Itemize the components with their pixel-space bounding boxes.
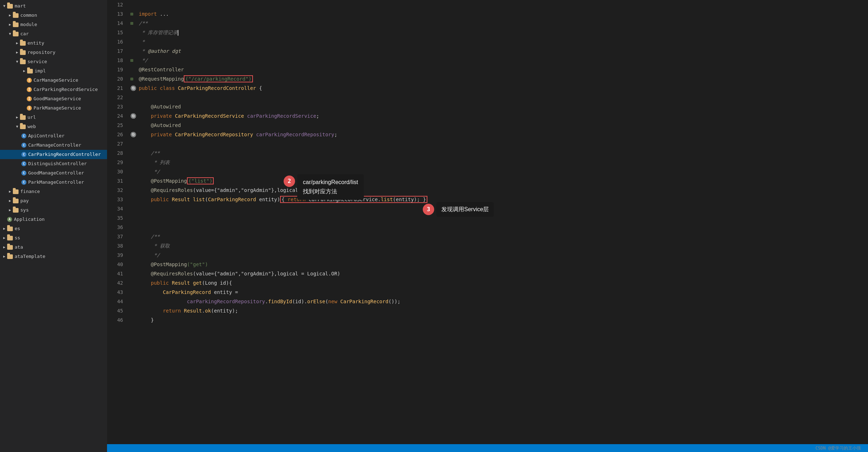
sidebar-item-label: ParkManageController	[28, 178, 84, 186]
sidebar-item-label: finance	[20, 188, 40, 195]
arrow-icon: ▼	[7, 30, 13, 38]
arrow-icon: ▶	[1, 253, 7, 260]
folder-icon	[13, 32, 19, 36]
sidebar-item-label: CarManageController	[28, 141, 81, 149]
sidebar-item-carparkingrecordcontroller[interactable]: C CarParkingRecordController	[0, 150, 107, 159]
code-line-38: * 获取	[130, 241, 868, 250]
arrow-icon: ▼	[14, 123, 20, 131]
folder-icon	[13, 199, 19, 203]
arrow-icon: ▶	[7, 206, 13, 214]
code-line-21: 🔘 public class CarParkingRecordControlle…	[130, 83, 868, 93]
sidebar-item-carmanagecontroller[interactable]: C CarManageController	[0, 141, 107, 150]
sidebar-item-parkmanageservice[interactable]: I ParkManageService	[0, 103, 107, 113]
folder-icon	[20, 50, 26, 55]
code-line-20: ⊞ @RequestMapping("/car/parkingRecord")	[130, 74, 868, 83]
class-icon: C	[21, 152, 26, 157]
sidebar-item-parkmanagecontroller[interactable]: C ParkManageController	[0, 178, 107, 187]
arrow-icon: ▶	[7, 188, 13, 195]
bottom-bar: CSDN @爱学习的王小强	[107, 444, 868, 452]
folder-icon	[7, 245, 13, 250]
sidebar-item-label: pay	[20, 197, 29, 205]
code-line-25: @Autowired	[130, 121, 868, 130]
sidebar-item-module[interactable]: ▶ module	[0, 20, 107, 29]
sidebar-item-entity[interactable]: ▶ entity	[0, 39, 107, 48]
code-line-42: public Result get(Long id){	[130, 278, 868, 288]
class-icon: C	[21, 180, 26, 185]
sidebar-item-impl[interactable]: ▶ impl	[0, 66, 107, 76]
sidebar-item-application[interactable]: A Application	[0, 215, 107, 224]
sidebar-item-label: module	[20, 21, 37, 29]
sidebar-item-common[interactable]: ▶ common	[0, 11, 107, 20]
arrow-icon: ▶	[21, 67, 27, 75]
sidebar-item-finance[interactable]: ▶ finance	[0, 187, 107, 196]
callout-3: 3 发现调用Service层	[423, 202, 494, 217]
callout-bubble-2: car/parkingRecord/list 找到对应方法	[297, 174, 364, 200]
sidebar-item-label: ParkManageService	[34, 104, 81, 112]
class-icon: C	[21, 133, 26, 138]
folder-icon	[20, 115, 26, 120]
code-line-43: CarParkingRecord entity =	[130, 288, 868, 297]
sidebar-item-mart[interactable]: ▼ mart	[0, 1, 107, 11]
arrow-icon: ▶	[1, 225, 7, 233]
sidebar-item-repository[interactable]: ▶ repository	[0, 48, 107, 57]
class-icon: C	[21, 171, 26, 176]
sidebar-item-ata[interactable]: ▶ ata	[0, 243, 107, 252]
sidebar-item-label: CarManageService	[34, 76, 78, 84]
sidebar-item-label: Application	[14, 215, 45, 223]
folder-icon	[7, 236, 13, 240]
code-line-29: * 列表	[130, 158, 868, 167]
sidebar-item-pay[interactable]: ▶ pay	[0, 196, 107, 205]
code-line-35	[130, 213, 868, 223]
sidebar-item-apicontroller[interactable]: C ApiController	[0, 131, 107, 141]
class-icon: A	[7, 217, 12, 222]
sidebar-item-sys[interactable]: ▶ sys	[0, 205, 107, 215]
sidebar-item-es[interactable]: ▶ es	[0, 224, 107, 233]
folder-icon	[13, 189, 19, 194]
sidebar-item-label: repository	[27, 49, 55, 56]
line-numbers: 12 13 14 15 16 17 18 19 20 21 22 23 24 2…	[107, 0, 127, 444]
sidebar-item-car[interactable]: ▼ car	[0, 29, 107, 39]
sidebar-item-label: impl	[35, 67, 46, 75]
sidebar-item-distinguishcontroller[interactable]: C DistinguishController	[0, 159, 107, 168]
arrow-icon: ▼	[1, 2, 7, 10]
file-tree[interactable]: ▼ mart ▶ common ▶ module ▼ car ▶ entity …	[0, 0, 107, 452]
sidebar-item-label: DistinguishController	[28, 160, 87, 168]
arrow-icon: ▶	[1, 234, 7, 242]
sidebar-item-goodmanagecontroller[interactable]: C GoodManageController	[0, 168, 107, 178]
class-icon: C	[21, 143, 26, 148]
sidebar-item-label: GoodManageController	[28, 169, 84, 177]
folder-icon	[20, 60, 26, 64]
code-content[interactable]: ⊞ import ... ⊞ /** * 库存管理记录 * * @a	[127, 0, 868, 444]
interface-icon: I	[27, 96, 32, 101]
code-line-31: @PostMapping("list")	[130, 176, 868, 186]
sidebar-item-label: ataTemplate	[15, 253, 45, 260]
code-line-34	[130, 204, 868, 213]
code-line-46: }	[130, 315, 868, 325]
code-line-33: public Result list(CarParkingRecord enti…	[130, 195, 868, 204]
arrow-icon: ▶	[7, 21, 13, 29]
code-editor: 12 13 14 15 16 17 18 19 20 21 22 23 24 2…	[107, 0, 868, 452]
sidebar-item-goodmanageservice[interactable]: I GoodManageService	[0, 94, 107, 103]
folder-icon	[7, 4, 13, 9]
sidebar-item-service[interactable]: ▼ service	[0, 57, 107, 66]
callout-line2: 找到对应方法	[303, 187, 358, 196]
sidebar-item-label: web	[27, 123, 36, 131]
sidebar-item-url[interactable]: ▶ url	[0, 113, 107, 122]
callout-badge-3: 3	[423, 204, 434, 215]
sidebar-item-ss[interactable]: ▶ ss	[0, 233, 107, 243]
sidebar-item-label: service	[27, 58, 47, 66]
code-line-23: @Autowired	[130, 102, 868, 111]
sidebar-item-carmanageservice[interactable]: I CarManageService	[0, 76, 107, 85]
code-line-37: /**	[130, 232, 868, 241]
code-line-12	[130, 0, 868, 9]
callout-badge-2: 2	[284, 176, 295, 187]
code-line-26: 🔘 private CarParkingRecordRepository car…	[130, 130, 868, 139]
arrow-icon: ▶	[7, 11, 13, 19]
sidebar-item-atatemplate[interactable]: ▶ ataTemplate	[0, 252, 107, 261]
sidebar-item-web[interactable]: ▼ web	[0, 122, 107, 131]
sidebar-item-label: car	[20, 30, 29, 38]
code-line-41: @RequiresRoles(value={"admin","orgAdmin"…	[130, 269, 868, 278]
sidebar-item-label: sys	[20, 206, 29, 214]
sidebar-item-label: CarParkingRecordService	[34, 86, 98, 93]
sidebar-item-carparkingrecordservice[interactable]: I CarParkingRecordService	[0, 85, 107, 94]
